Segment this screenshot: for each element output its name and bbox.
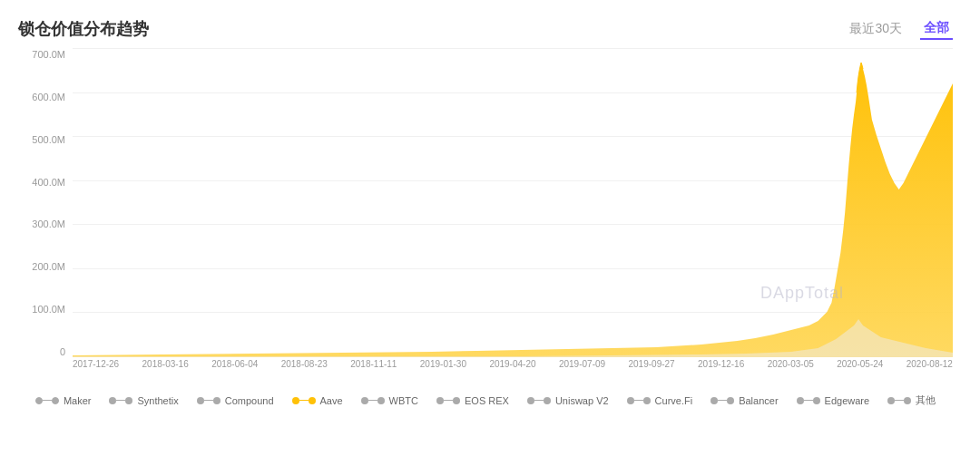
legend-label-other: 其他	[916, 393, 936, 407]
x-label-4: 2018-11-11	[350, 359, 397, 369]
legend-uniswap: Uniswap V2	[527, 395, 609, 406]
legend-label-eosrex: EOS REX	[465, 395, 509, 406]
chart-inner: DAppTotal	[73, 49, 953, 357]
legend-dot-maker	[35, 397, 43, 404]
btn-30days[interactable]: 最近30天	[846, 19, 906, 39]
x-axis: 2017-12-26 2018-03-16 2018-06-04 2018-08…	[73, 359, 953, 369]
x-label-9: 2019-12-16	[698, 359, 744, 369]
legend-compound: Compound	[197, 395, 274, 406]
time-filter-group: 最近30天 全部	[846, 18, 953, 40]
y-label-1: 100.0M	[18, 304, 73, 315]
legend-label-uniswap: Uniswap V2	[555, 395, 609, 406]
legend-synthetix: Synthetix	[109, 395, 178, 406]
chart-svg	[73, 49, 953, 357]
x-label-11: 2020-05-24	[837, 359, 883, 369]
x-label-3: 2018-08-23	[281, 359, 328, 369]
legend-maker: Maker	[35, 395, 92, 406]
x-label-10: 2020-03-05	[768, 359, 814, 369]
chart-header: 锁仓价值分布趋势 最近30天 全部	[18, 18, 953, 40]
y-label-7: 700.0M	[18, 49, 73, 60]
y-label-4: 400.0M	[18, 177, 73, 188]
legend-label-curvefi: Curve.Fi	[655, 395, 693, 406]
x-label-5: 2019-01-30	[420, 359, 466, 369]
legend-wbtc: WBTC	[361, 395, 418, 406]
y-axis: 0 100.0M 200.0M 300.0M 400.0M 500.0M 600…	[18, 49, 73, 357]
y-label-0: 0	[18, 346, 73, 357]
legend-label-synthetix: Synthetix	[137, 395, 178, 406]
y-label-5: 500.0M	[18, 134, 73, 145]
legend-eosrex: EOS REX	[436, 395, 509, 406]
x-label-0: 2017-12-26	[73, 359, 119, 369]
aave-area	[73, 63, 953, 357]
x-label-2: 2018-06-04	[211, 359, 258, 369]
legend-other: 其他	[887, 393, 936, 407]
x-label-6: 2019-04-20	[489, 359, 535, 369]
legend-label-wbtc: WBTC	[389, 395, 418, 406]
legend-balancer: Balancer	[710, 395, 778, 406]
x-label-8: 2019-09-27	[629, 359, 675, 369]
legend-label-aave: Aave	[320, 395, 343, 406]
legend-label-compound: Compound	[225, 395, 274, 406]
x-label-7: 2019-07-09	[559, 359, 605, 369]
legend-line-maker	[43, 400, 52, 402]
x-label-1: 2018-03-16	[142, 359, 189, 369]
btn-all[interactable]: 全部	[920, 18, 953, 40]
main-container: 锁仓价值分布趋势 最近30天 全部 0 100.0M 200.0M 300.0M…	[0, 0, 980, 466]
legend-curvefi: Curve.Fi	[627, 395, 693, 406]
chart-title: 锁仓价值分布趋势	[18, 18, 149, 40]
y-label-3: 300.0M	[18, 218, 73, 229]
legend-aave: Aave	[292, 395, 343, 406]
legend-label-edgeware: Edgeware	[825, 395, 870, 406]
legend-edgeware: Edgeware	[797, 395, 870, 406]
watermark: DAppTotal	[760, 284, 844, 303]
x-label-12: 2020-08-12	[906, 359, 953, 369]
legend-label-maker: Maker	[64, 395, 92, 406]
chart-area: 0 100.0M 200.0M 300.0M 400.0M 500.0M 600…	[18, 49, 953, 412]
y-label-2: 200.0M	[18, 261, 73, 272]
legend: Maker Synthetix Compound	[18, 389, 953, 412]
legend-label-balancer: Balancer	[739, 395, 778, 406]
y-label-6: 600.0M	[18, 92, 73, 102]
